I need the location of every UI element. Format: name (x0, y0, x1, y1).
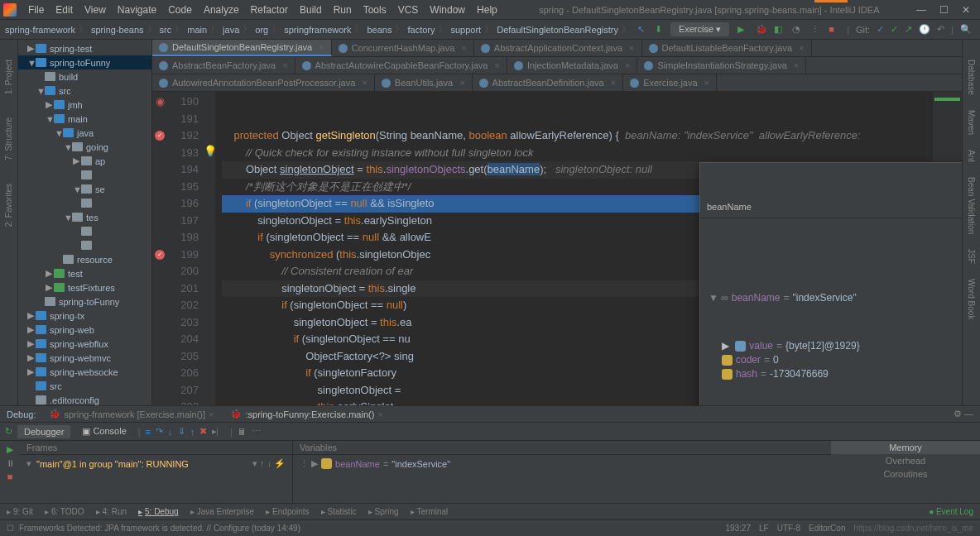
editor-tab[interactable]: AbstractBeanDefinition.java× (473, 74, 624, 91)
breadcrumb-item[interactable]: spring-beans (89, 25, 146, 35)
drop-frame-icon[interactable]: ✖ (199, 426, 207, 437)
tree-item[interactable]: ▼going (18, 140, 151, 154)
event-log-button[interactable]: ● Event Log (929, 507, 973, 516)
tree-item[interactable]: ▶spring-websocke (18, 365, 151, 379)
menu-navigate[interactable]: Navigate (113, 2, 161, 17)
vcs-push-icon[interactable]: ↗ (905, 24, 912, 35)
vcs-update-icon[interactable]: ✓ (877, 24, 884, 35)
bottom-tool-5-debug[interactable]: ▸ 5: Debug (138, 507, 179, 516)
frame-row[interactable]: "main"@1 in group "main": RUNNING (36, 459, 189, 469)
bottom-tool-java-enterprise[interactable]: ▸ Java Enterprise (190, 507, 254, 516)
tree-item[interactable] (18, 168, 151, 182)
breadcrumb-item[interactable]: support (449, 25, 483, 35)
code-line[interactable]: // Quick check for existing instance wit… (222, 145, 932, 162)
tree-item[interactable]: ▶spring-webmvc (18, 351, 151, 365)
editor-tab[interactable]: AbstractAutowireCapableBeanFactory.java× (295, 57, 507, 74)
profile-icon[interactable]: ◔ (792, 24, 804, 36)
editor-tab[interactable]: AutowiredAnnotationBeanPostProcessor.jav… (152, 74, 375, 91)
editor-tab[interactable]: AbstractBeanFactory.java× (152, 57, 295, 74)
menu-window[interactable]: Window (425, 2, 470, 17)
stop-debug-icon[interactable]: ■ (7, 471, 13, 481)
maximize-icon[interactable]: ☐ (939, 4, 949, 16)
console-tab[interactable]: ▣ Console (75, 424, 132, 438)
tree-item[interactable]: ▶test (18, 266, 151, 280)
run-cursor-icon[interactable]: ▸⎸ (212, 426, 225, 437)
bottom-tool-6-todo[interactable]: ▸ 6: TODO (45, 507, 84, 516)
step-into-icon[interactable]: ↷ (156, 426, 163, 437)
resume-icon[interactable]: ▶ (7, 444, 13, 455)
menu-code[interactable]: Code (163, 2, 197, 17)
tree-item[interactable]: ▼java (18, 126, 151, 140)
pause-icon[interactable]: ⏸ (6, 458, 15, 468)
editor-tab[interactable]: DefaultSingletonBeanRegistry.java× (152, 40, 332, 56)
step-down-icon[interactable]: ↓ (168, 427, 173, 437)
step-over-icon[interactable]: ≡ (146, 427, 151, 437)
breadcrumb-item[interactable]: src (158, 25, 174, 35)
debug-side-tab-overhead[interactable]: Overhead (831, 454, 980, 467)
run-icon[interactable]: ▶ (737, 24, 749, 36)
vcs-history-icon[interactable]: 🕐 (919, 24, 930, 35)
nav-up-icon[interactable]: ↖ (637, 24, 645, 35)
tree-item[interactable]: spring-toFunny (18, 294, 151, 309)
breadcrumb-item[interactable]: main (185, 25, 209, 35)
step-out-icon[interactable]: ↑ (190, 427, 195, 437)
debug-side-tab-coroutines[interactable]: Coroutines (831, 467, 980, 481)
debug-settings-icon[interactable]: ⚙ — (954, 409, 973, 419)
tree-item[interactable]: ▼src (18, 84, 151, 98)
menu-tools[interactable]: Tools (358, 2, 392, 17)
debug-side-tab-memory[interactable]: Memory (831, 441, 980, 454)
menu-vcs[interactable]: VCS (393, 2, 424, 17)
menu-help[interactable]: Help (472, 2, 502, 17)
rerun-icon[interactable]: ↻ (5, 426, 12, 437)
coverage-icon[interactable]: ◧ (774, 24, 785, 36)
tool-7-structure[interactable]: 7: Structure (4, 114, 13, 164)
debug-property[interactable]: hash = -1730476669 (722, 367, 962, 381)
debug-property[interactable]: coder = 0 (722, 353, 962, 367)
editor-tab[interactable]: Exercise.java× (623, 74, 717, 91)
tree-item[interactable]: ▶testFixtures (18, 280, 151, 294)
code-line[interactable]: protected Object getSingleton(String bea… (222, 127, 932, 145)
search-icon[interactable]: 🔍 (960, 24, 972, 35)
build-icon[interactable]: ⬇ (655, 24, 662, 35)
tree-item[interactable]: ▶ap (18, 154, 151, 168)
debug-session-tab[interactable]: 🐞 :spring-toFunny:Exercise.main() × (223, 407, 389, 421)
tree-item[interactable]: ▶spring-web (18, 323, 151, 337)
step-down2-icon[interactable]: ⇓ (178, 426, 185, 437)
debug-value-popup[interactable]: beanName … ← → ▼ ∞ beanName = "indexServ… (699, 162, 962, 405)
tool-1-project[interactable]: 1: Project (4, 56, 13, 98)
breadcrumb-item[interactable]: java (221, 25, 241, 35)
attach-icon[interactable]: ⋮ (810, 24, 822, 36)
minimize-icon[interactable]: — (916, 4, 926, 16)
tree-item[interactable] (18, 196, 151, 210)
tree-item[interactable]: build (18, 69, 151, 84)
close-icon[interactable]: ✕ (962, 4, 970, 16)
menu-file[interactable]: File (23, 2, 49, 17)
tree-item[interactable]: resource (18, 252, 151, 266)
breadcrumb-item[interactable]: org (253, 25, 270, 35)
stop-icon[interactable]: ■ (829, 24, 840, 36)
menu-build[interactable]: Build (295, 2, 327, 17)
menu-analyze[interactable]: Analyze (199, 2, 244, 17)
editor-tab[interactable]: InjectionMetadata.java× (507, 57, 638, 74)
vcs-commit-icon[interactable]: ✓ (891, 24, 898, 35)
tree-item[interactable]: ▶spring-webflux (18, 337, 151, 351)
editor-tab[interactable]: ConcurrentHashMap.java× (332, 40, 474, 56)
debug-icon[interactable]: 🐞 (756, 24, 767, 36)
editor-tab[interactable]: SimpleInstantiationStrategy.java× (637, 57, 806, 74)
breadcrumb-item[interactable]: spring-framework (3, 25, 77, 35)
tree-item[interactable] (18, 238, 151, 252)
debugger-tab[interactable]: Debugger (17, 425, 70, 438)
tree-item[interactable] (18, 224, 151, 238)
menu-refactor[interactable]: Refactor (246, 2, 293, 17)
editor-tab[interactable]: DefaultListableBeanFactory.java× (642, 40, 812, 56)
menu-edit[interactable]: Edit (50, 2, 78, 17)
project-tree-pane[interactable]: ▶spring-test▼spring-toFunnybuild▼src▶jmh… (18, 40, 152, 405)
tree-item[interactable]: ▼tes (18, 210, 151, 224)
vcs-rollback-icon[interactable]: ↶ (937, 24, 944, 35)
tool-bean-validation[interactable]: Bean Validation (967, 174, 976, 237)
tree-item[interactable]: ▼se (18, 182, 151, 196)
bottom-tool-spring[interactable]: ▸ Spring (368, 507, 399, 516)
tool-ant[interactable]: Ant (967, 146, 976, 165)
breadcrumb-item[interactable]: factory (406, 25, 436, 35)
code-editor[interactable]: ◉ 19019119219319419519619719819920020120… (152, 92, 962, 405)
